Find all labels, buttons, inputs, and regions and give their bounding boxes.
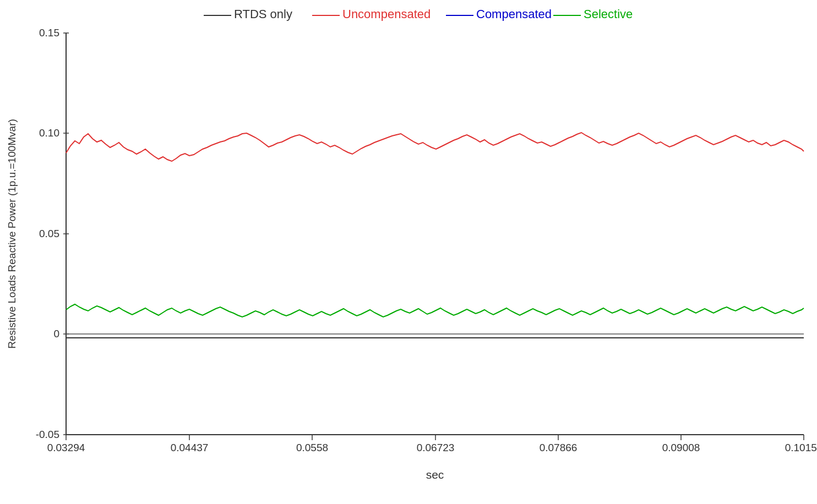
x-axis-label: sec bbox=[426, 468, 444, 481]
chart-container: RTDS only Uncompensated Compensated Sele… bbox=[0, 0, 817, 504]
x-axis-ticks: 0.03294 0.04437 0.0558 0.06723 0.07866 0… bbox=[47, 435, 817, 453]
selective-line bbox=[66, 304, 804, 317]
svg-text:0.06723: 0.06723 bbox=[417, 442, 455, 453]
legend-compensated: Compensated bbox=[476, 7, 552, 21]
legend-rtds: RTDS only bbox=[234, 7, 292, 21]
svg-text:0: 0 bbox=[53, 328, 59, 339]
svg-text:0.15: 0.15 bbox=[39, 27, 59, 39]
svg-text:0.10151: 0.10151 bbox=[785, 442, 817, 453]
legend-selective: Selective bbox=[584, 7, 633, 21]
uncompensated-line bbox=[66, 133, 804, 161]
svg-text:0.03294: 0.03294 bbox=[47, 442, 85, 453]
svg-text:0.09008: 0.09008 bbox=[662, 442, 700, 453]
svg-text:0.0558: 0.0558 bbox=[296, 442, 328, 453]
svg-text:0.05: 0.05 bbox=[39, 228, 59, 239]
legend-uncompensated: Uncompensated bbox=[342, 7, 431, 21]
svg-text:0.07866: 0.07866 bbox=[540, 442, 578, 453]
svg-text:0.04437: 0.04437 bbox=[171, 442, 209, 453]
svg-text:0.10: 0.10 bbox=[39, 127, 59, 139]
svg-text:-0.05: -0.05 bbox=[36, 429, 59, 440]
legend: RTDS only Uncompensated Compensated Sele… bbox=[204, 7, 633, 21]
y-axis-label: Resistive Loads Reactive Power (1p.u.=10… bbox=[6, 119, 18, 349]
y-axis-ticks: 0.15 0.10 0.05 0 -0.05 bbox=[36, 27, 69, 440]
